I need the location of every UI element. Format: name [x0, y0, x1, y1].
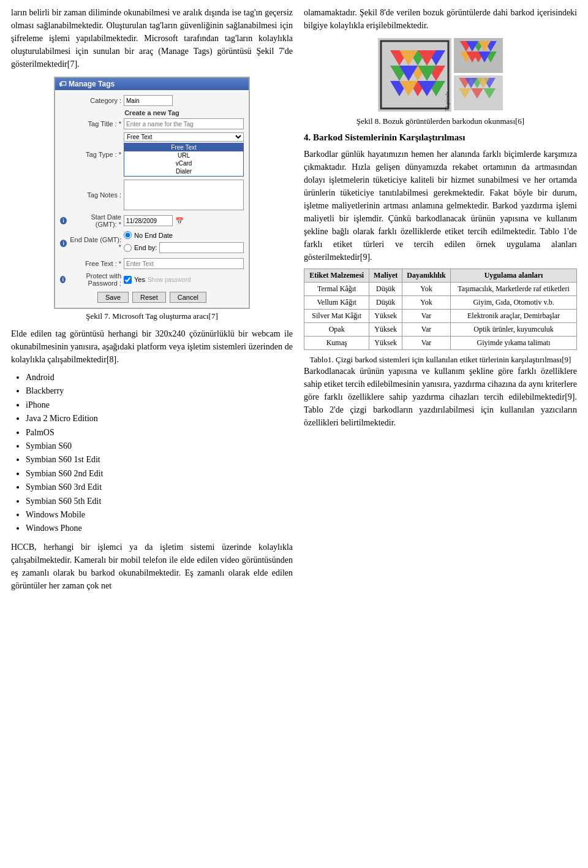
page-container: ların belirli bir zaman diliminde okunab… [0, 0, 588, 603]
table-cell: Kumaş [304, 337, 369, 350]
table-row: OpakYüksekVarOptik ürünler, kuyumculuk [304, 323, 577, 337]
table-header-cell: Maliyet [369, 269, 402, 283]
tag-type-listbox: Free Text URL vCard Dialer [124, 143, 244, 177]
calendar-icon[interactable]: 📅 [175, 217, 184, 225]
reset-button[interactable]: Reset [132, 292, 166, 303]
table-cell: Taşımacılık, Marketlerde raf etiketleri [451, 283, 577, 296]
table-row: Vellum KâğıtDüşükYokGiyim, Gıda, Otomoti… [304, 296, 577, 310]
list-item: Symbian S60 2nd Edit [26, 467, 293, 481]
listbox-item-dialer: Dialer [124, 167, 243, 175]
table-cell: Yok [402, 283, 450, 296]
table-header-cell: Uygulama alanları [451, 269, 577, 283]
listbox-item-url: URL [124, 151, 243, 159]
figure8-caption: Şekil 8. Bozuk görüntülerden barkodun ok… [304, 116, 577, 126]
table1-caption: Tablo1. Çizgi barkod sistemleri için kul… [304, 355, 577, 365]
table-cell: Yok [402, 296, 450, 310]
protect-checkbox[interactable] [124, 276, 132, 284]
cancel-button[interactable]: Cancel [170, 292, 206, 303]
protect-options: Yes Show password [124, 276, 244, 284]
figure7-container: 🏷 Manage Tags Category : Create a new Ta… [11, 77, 293, 321]
no-end-date-row: No End Date [124, 231, 244, 239]
dialog-content: Category : Create a new Tag Tag Title : … [55, 90, 249, 308]
list-item: Android [26, 371, 293, 384]
free-text-label: Free Text : * [60, 260, 121, 267]
section-heading: 4. Barkod Sistemlerinin Karşılaştırılmas… [304, 132, 577, 143]
table-header-row: Etiket MalzemesiMaliyetDayanıklılıkUygul… [304, 269, 577, 283]
table-cell: Yüksek [369, 337, 402, 350]
end-by-input[interactable] [159, 242, 244, 253]
barcode-side-images [454, 38, 503, 110]
listbox-item-vcard: vCard [124, 159, 243, 167]
start-date-label: Start Date (GMT): * [68, 213, 121, 228]
category-input[interactable] [124, 95, 173, 106]
platform-list: AndroidBlackberryiPhoneJava 2 Micro Edit… [11, 371, 293, 536]
dialog-title: Manage Tags [69, 80, 115, 88]
table-cell: Silver Mat Kâğıt [304, 310, 369, 323]
barcode-small-svg2 [454, 75, 503, 110]
table-row: Silver Mat KâğıtYüksekVarElektronik araç… [304, 310, 577, 323]
list-item: Symbian S60 5th Edit [26, 495, 293, 508]
table-head: Etiket MalzemesiMaliyetDayanıklılıkUygul… [304, 269, 577, 283]
right-para3: Barkodlanacak ürünün yapısına ve kullanı… [304, 365, 577, 429]
no-end-date-radio[interactable] [124, 231, 132, 239]
table-cell: Var [402, 310, 450, 323]
free-text-input[interactable] [124, 258, 244, 269]
start-date-row: i Start Date (GMT): * 📅 [60, 213, 244, 228]
list-item: Windows Phone [26, 522, 293, 535]
tag-notes-label: Tag Notes : [60, 191, 121, 199]
list-item: Windows Mobile [26, 508, 293, 522]
right-para1: olamamaktadır. Şekil 8'de verilen bozuk … [304, 6, 577, 32]
protect-row: i Protect with Password : Yes Show passw… [60, 272, 244, 287]
protect-value: Yes [134, 276, 145, 283]
figure8-container: 70 pixels [304, 38, 577, 126]
left-para3: HCCB, herhangi bir işlemci ya da işletim… [11, 541, 293, 592]
list-item: Symbian S60 [26, 440, 293, 453]
list-item: Symbian S60 1st Edit [26, 453, 293, 466]
tag-type-select[interactable]: Free Text URL vCard Dialer [124, 132, 244, 142]
protect-info-icon: i [60, 276, 66, 283]
left-para1: ların belirli bir zaman diliminde okunab… [11, 6, 293, 70]
end-date-label: End Date (GMT): * [68, 236, 121, 251]
end-date-info-icon: i [60, 240, 67, 247]
table-cell: Elektronik araçlar, Demirbaşlar [451, 310, 577, 323]
barcode-main-svg [378, 38, 451, 112]
end-by-row: End by: [124, 242, 244, 253]
table-body: Termal KâğıtDüşükYokTaşımacılık, Marketl… [304, 283, 577, 350]
end-by-radio[interactable] [124, 244, 132, 252]
category-row: Category : [60, 95, 244, 106]
table-header-cell: Etiket Malzemesi [304, 269, 369, 283]
svg-rect-37 [454, 75, 503, 110]
list-item: Java 2 Micro Edition [26, 412, 293, 425]
table-cell: Yüksek [369, 323, 402, 337]
table-cell: Giyimde yıkama talimatı [451, 337, 577, 350]
table-cell: Vellum Kâğıt [304, 296, 369, 310]
save-button[interactable]: Save [97, 292, 129, 303]
table-cell: Düşük [369, 283, 402, 296]
no-end-date-label: No End Date [134, 232, 173, 239]
start-date-input[interactable] [124, 215, 173, 226]
category-label: Category : [60, 97, 121, 104]
tag-title-input[interactable] [124, 118, 244, 129]
manage-tags-icon: 🏷 [59, 80, 66, 88]
list-item: iPhone [26, 398, 293, 412]
table-cell: Giyim, Gıda, Otomotiv v.b. [451, 296, 577, 310]
table-row: KumaşYüksekVarGiyimde yıkama talimatı [304, 337, 577, 350]
protect-label-container: i Protect with Password : [60, 272, 121, 287]
free-text-row: Free Text : * [60, 258, 244, 269]
tag-notes-textarea[interactable] [124, 180, 244, 210]
dialog-titlebar: 🏷 Manage Tags [55, 78, 249, 90]
list-item: Symbian S60 3rd Edit [26, 481, 293, 494]
barcode-small-svg1 [454, 38, 503, 73]
create-section-title: Create a new Tag [60, 109, 244, 116]
left-column: ların belirli bir zaman diliminde okunab… [11, 6, 293, 597]
end-by-label: End by: [134, 244, 157, 251]
tag-type-row: Tag Type : * Free Text URL vCard Dialer … [60, 132, 244, 177]
end-date-row: i End Date (GMT): * No End Date End by: [60, 231, 244, 255]
end-date-options: No End Date End by: [124, 231, 244, 255]
show-password-label: Show password [148, 276, 191, 283]
dialog-buttons: Save Reset Cancel [60, 292, 244, 303]
table-cell: Var [402, 337, 450, 350]
table-cell: Opak [304, 323, 369, 337]
table-row: Termal KâğıtDüşükYokTaşımacılık, Marketl… [304, 283, 577, 296]
barcode-small-image1 [454, 38, 503, 73]
